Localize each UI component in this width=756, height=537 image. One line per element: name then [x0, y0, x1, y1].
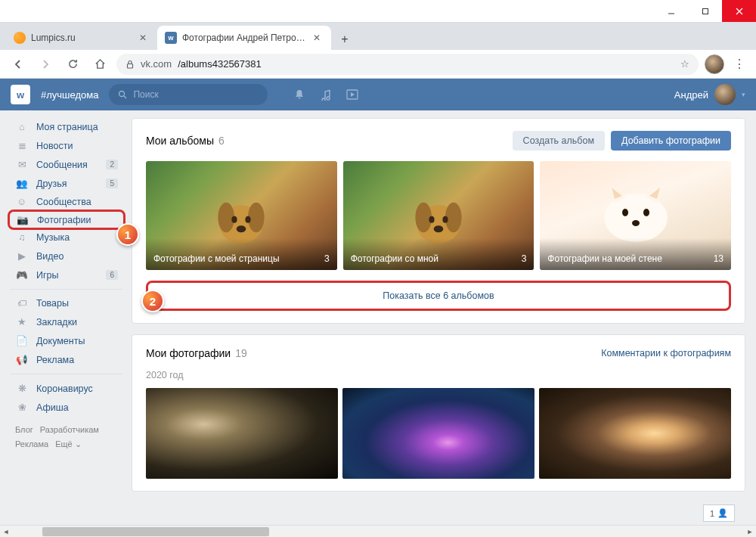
- music-icon: ♫: [15, 232, 29, 243]
- sidebar: ⌂Моя страница ≣Новости ✉Сообщения2 👥Друз…: [11, 118, 122, 529]
- photo-thumbnail[interactable]: [539, 388, 731, 479]
- market-icon: 🏷: [15, 298, 29, 309]
- window-maximize[interactable]: [688, 0, 722, 22]
- new-tab-button[interactable]: +: [334, 29, 355, 50]
- album-card[interactable]: Фотографии со мной3: [343, 161, 534, 270]
- browser-tab-active[interactable]: w Фотографии Андрей Петров – 6 ✕: [157, 26, 331, 50]
- svg-point-17: [429, 216, 434, 223]
- sidebar-item-profile[interactable]: ⌂Моя страница: [11, 118, 122, 136]
- bookmark-icon[interactable]: ☆: [680, 58, 689, 70]
- games-icon: 🎮: [15, 269, 29, 281]
- address-bar[interactable]: vk.com/albums432567381 ☆: [116, 54, 699, 75]
- tab-title: Фотографии Андрей Петров – 6: [182, 33, 308, 43]
- create-album-button[interactable]: Создать альбом: [513, 131, 605, 151]
- browser-toolbar: vk.com/albums432567381 ☆ ⋮: [0, 50, 756, 79]
- user-menu[interactable]: Андрей ▾: [674, 84, 745, 105]
- photo-thumbnail[interactable]: [146, 388, 338, 479]
- svg-point-10: [248, 203, 265, 233]
- album-card[interactable]: Фотографии с моей страницы3: [146, 161, 337, 270]
- tab-favicon: w: [165, 32, 177, 44]
- home-icon: ⌂: [15, 122, 29, 132]
- search-input[interactable]: Поиск: [109, 84, 268, 105]
- chevron-down-icon: ▾: [742, 91, 745, 98]
- svg-point-5: [119, 92, 125, 97]
- window-minimize[interactable]: [654, 0, 688, 22]
- browser-menu-button[interactable]: ⋮: [730, 57, 748, 71]
- scroll-thumb[interactable]: [42, 527, 269, 536]
- album-card[interactable]: Фотографии на моей стене13: [540, 161, 731, 270]
- sidebar-item-messages[interactable]: ✉Сообщения2: [11, 155, 122, 174]
- svg-rect-1: [702, 8, 708, 14]
- sidebar-item-groups[interactable]: ☺Сообщества: [11, 193, 122, 211]
- photo-thumbnail[interactable]: [342, 388, 534, 479]
- footer-blog[interactable]: Блог: [15, 425, 33, 434]
- friends-count: 1: [710, 509, 714, 518]
- groups-icon: ☺: [15, 197, 29, 207]
- album-title: Фотографии с моей страницы: [153, 253, 280, 264]
- sidebar-item-photos[interactable]: 📷Фотографии: [8, 210, 125, 230]
- svg-rect-4: [128, 64, 133, 68]
- svg-point-18: [442, 216, 448, 223]
- browser-profile-avatar[interactable]: [705, 54, 724, 74]
- album-count: 13: [714, 253, 723, 264]
- sidebar-item-friends[interactable]: 👥Друзья5: [11, 174, 122, 193]
- ads-icon: 📢: [15, 354, 29, 365]
- sidebar-item-video[interactable]: ▶Видео: [11, 247, 122, 265]
- close-icon[interactable]: ✕: [139, 33, 150, 43]
- window-close[interactable]: [722, 0, 756, 22]
- camera-icon: 📷: [16, 214, 29, 225]
- forward-button[interactable]: [35, 54, 56, 75]
- back-button[interactable]: [8, 54, 29, 75]
- sidebar-item-events[interactable]: ❀Афиша: [11, 398, 122, 417]
- scroll-right-icon[interactable]: ►: [744, 528, 756, 535]
- footer-dev[interactable]: Разработчикам: [40, 425, 99, 434]
- play-icon[interactable]: [346, 88, 358, 101]
- horizontal-scrollbar[interactable]: ◄ ►: [0, 525, 756, 537]
- album-thumbnail: [590, 176, 681, 244]
- svg-point-19: [434, 225, 444, 232]
- reload-button[interactable]: [62, 54, 83, 75]
- home-button[interactable]: [89, 54, 110, 75]
- album-title: Фотографии на моей стене: [547, 253, 662, 264]
- events-icon: ❀: [15, 402, 29, 413]
- photos-title: Мои фотографии: [146, 347, 231, 359]
- svg-point-21: [622, 209, 628, 216]
- sidebar-item-news[interactable]: ≣Новости: [11, 136, 122, 155]
- svg-point-11: [232, 216, 237, 223]
- vk-header: w #лучшедома Поиск Андрей ▾: [0, 79, 756, 110]
- photos-count: 19: [235, 347, 247, 359]
- albums-count: 6: [218, 135, 225, 147]
- sidebar-item-ads[interactable]: 📢Реклама: [11, 350, 122, 369]
- vk-logo[interactable]: w: [11, 85, 30, 104]
- sidebar-item-market[interactable]: 🏷Товары: [11, 294, 122, 312]
- svg-point-9: [218, 203, 235, 233]
- friends-online-widget[interactable]: 1 👤: [703, 504, 735, 522]
- sidebar-item-games[interactable]: 🎮Игры6: [11, 265, 122, 284]
- close-icon[interactable]: ✕: [313, 33, 324, 43]
- browser-tab[interactable]: Lumpics.ru ✕: [6, 26, 157, 50]
- album-title: Фотографии со мной: [351, 253, 438, 264]
- header-hashtag[interactable]: #лучшедома: [41, 89, 98, 101]
- footer-more[interactable]: Ещё ⌄: [55, 439, 82, 449]
- separator: [11, 374, 122, 374]
- search-icon: [118, 90, 127, 99]
- search-placeholder: Поиск: [133, 89, 158, 100]
- scroll-left-icon[interactable]: ◄: [0, 528, 12, 535]
- badge: 6: [106, 270, 118, 280]
- user-name: Андрей: [674, 89, 708, 101]
- show-all-albums-link[interactable]: Показать все 6 альбомов: [146, 281, 731, 311]
- virus-icon: ❋: [15, 383, 29, 394]
- notifications-icon[interactable]: [293, 88, 305, 101]
- separator: [11, 289, 122, 290]
- docs-icon: 📄: [15, 335, 29, 346]
- sidebar-item-music[interactable]: ♫Музыка: [11, 228, 122, 247]
- albums-title: Мои альбомы: [146, 135, 214, 147]
- music-icon[interactable]: [321, 88, 331, 101]
- photo-comments-link[interactable]: Комментарии к фотографиям: [601, 348, 731, 359]
- add-photos-button[interactable]: Добавить фотографии: [611, 131, 731, 151]
- footer-ads[interactable]: Реклама: [15, 439, 48, 449]
- sidebar-item-bookmarks[interactable]: ★Закладки: [11, 312, 122, 331]
- sidebar-item-docs[interactable]: 📄Документы: [11, 331, 122, 350]
- svg-point-16: [445, 203, 462, 233]
- sidebar-item-covid[interactable]: ❋Коронавирус: [11, 379, 122, 398]
